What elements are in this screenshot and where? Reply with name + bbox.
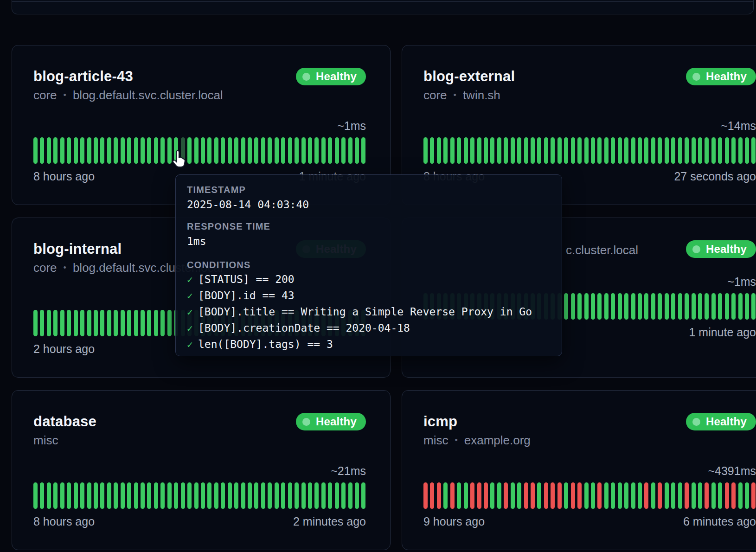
status-bar-up[interactable]	[751, 293, 756, 320]
status-bar-up[interactable]	[214, 482, 218, 509]
status-bar-down[interactable]	[705, 482, 709, 509]
endpoint-card[interactable]: databasemiscHealthy~21ms8 hours ago2 min…	[12, 390, 391, 550]
status-bar-up[interactable]	[288, 137, 292, 164]
status-bar-up[interactable]	[47, 310, 51, 336]
status-bar-up[interactable]	[248, 137, 252, 164]
status-bar-up[interactable]	[121, 137, 125, 164]
status-bar-up[interactable]	[731, 137, 736, 164]
status-bar-up[interactable]	[74, 310, 78, 336]
status-bar-up[interactable]	[718, 482, 722, 509]
status-bar-up[interactable]	[477, 137, 481, 164]
status-bar-up[interactable]	[207, 137, 211, 164]
status-bar-up[interactable]	[40, 482, 44, 509]
status-bar-up[interactable]	[665, 293, 669, 320]
status-bar-up[interactable]	[577, 293, 582, 320]
status-bar-up[interactable]	[47, 137, 51, 164]
status-bar-up[interactable]	[33, 137, 38, 164]
status-bar-up[interactable]	[638, 482, 642, 509]
status-bar-up[interactable]	[490, 137, 494, 164]
status-bar-up[interactable]	[47, 482, 51, 509]
status-bar-up[interactable]	[288, 482, 292, 509]
status-bar-up[interactable]	[281, 137, 285, 164]
status-bar-down[interactable]	[531, 482, 535, 509]
status-bar-up[interactable]	[464, 137, 468, 164]
status-bar-up[interactable]	[443, 482, 448, 509]
status-bar-up[interactable]	[557, 137, 562, 164]
status-bar-up[interactable]	[228, 482, 232, 509]
status-bar-up[interactable]	[497, 137, 501, 164]
status-bar-up[interactable]	[584, 293, 589, 320]
status-bar-up[interactable]	[651, 482, 655, 509]
status-bar-up[interactable]	[187, 137, 192, 164]
status-bar-up[interactable]	[618, 137, 622, 164]
status-bar-up[interactable]	[644, 293, 648, 320]
status-bar-up[interactable]	[665, 137, 669, 164]
status-bar-up[interactable]	[114, 310, 118, 336]
status-bar-up[interactable]	[571, 293, 575, 320]
status-bar-up[interactable]	[692, 482, 696, 509]
status-bar-up[interactable]	[147, 482, 151, 509]
status-bar-down[interactable]	[524, 482, 528, 509]
status-bar-up[interactable]	[705, 293, 709, 320]
status-bar-up[interactable]	[711, 137, 716, 164]
status-bar-up[interactable]	[328, 482, 332, 509]
status-bar-up[interactable]	[141, 310, 145, 336]
status-bar-up[interactable]	[651, 293, 655, 320]
status-bar-up[interactable]	[234, 482, 238, 509]
status-bar-up[interactable]	[537, 482, 541, 509]
status-bar-up[interactable]	[167, 310, 172, 336]
status-bar-up[interactable]	[234, 137, 238, 164]
status-bar-up[interactable]	[141, 482, 145, 509]
status-bar-up[interactable]	[597, 293, 602, 320]
status-bar-up[interactable]	[524, 137, 528, 164]
status-bar-up[interactable]	[67, 310, 71, 336]
status-bar-up[interactable]	[597, 137, 602, 164]
status-bar-up[interactable]	[214, 137, 218, 164]
status-bar-up[interactable]	[604, 293, 609, 320]
status-bar-up[interactable]	[718, 137, 722, 164]
status-bar-up[interactable]	[443, 137, 448, 164]
status-bar-up[interactable]	[751, 137, 756, 164]
status-bar-up[interactable]	[361, 137, 365, 164]
status-bar-up[interactable]	[261, 482, 265, 509]
status-bar-up[interactable]	[254, 137, 258, 164]
status-bar-up[interactable]	[275, 482, 279, 509]
status-bar-up[interactable]	[80, 137, 84, 164]
status-bar-down[interactable]	[557, 482, 562, 509]
status-bar-up[interactable]	[74, 137, 78, 164]
status-bar-up[interactable]	[114, 482, 118, 509]
status-bar-up[interactable]	[201, 137, 205, 164]
status-bar-up[interactable]	[611, 137, 615, 164]
status-bar-up[interactable]	[678, 482, 682, 509]
status-bar-up[interactable]	[692, 293, 696, 320]
status-bar-up[interactable]	[160, 310, 165, 336]
status-bar-up[interactable]	[711, 482, 716, 509]
status-bar-up[interactable]	[604, 482, 609, 509]
status-bar-up[interactable]	[464, 482, 468, 509]
status-bar-up[interactable]	[335, 482, 339, 509]
status-bar-down[interactable]	[731, 482, 736, 509]
status-bar-up[interactable]	[141, 137, 145, 164]
status-bar-up[interactable]	[531, 137, 535, 164]
status-bar-up[interactable]	[100, 310, 104, 336]
status-bar-up[interactable]	[685, 293, 689, 320]
status-bar-up[interactable]	[738, 293, 743, 320]
status-bar-up[interactable]	[644, 137, 648, 164]
status-bar-up[interactable]	[147, 310, 151, 336]
status-bar-down[interactable]	[477, 482, 481, 509]
status-bar-up[interactable]	[241, 482, 245, 509]
status-bar-down[interactable]	[644, 482, 648, 509]
status-bar-down[interactable]	[751, 482, 756, 509]
status-bar-up[interactable]	[631, 293, 635, 320]
status-bar-up[interactable]	[80, 310, 84, 336]
status-bar-up[interactable]	[355, 482, 359, 509]
status-bar-up[interactable]	[348, 482, 352, 509]
status-bar-down[interactable]	[658, 482, 662, 509]
status-bar-up[interactable]	[301, 482, 306, 509]
status-bar-up[interactable]	[261, 137, 265, 164]
status-bar-up[interactable]	[484, 137, 488, 164]
status-bar-up[interactable]	[254, 482, 258, 509]
status-bar-up[interactable]	[134, 482, 138, 509]
status-bar-down[interactable]	[685, 482, 689, 509]
status-bar-up[interactable]	[33, 310, 38, 336]
